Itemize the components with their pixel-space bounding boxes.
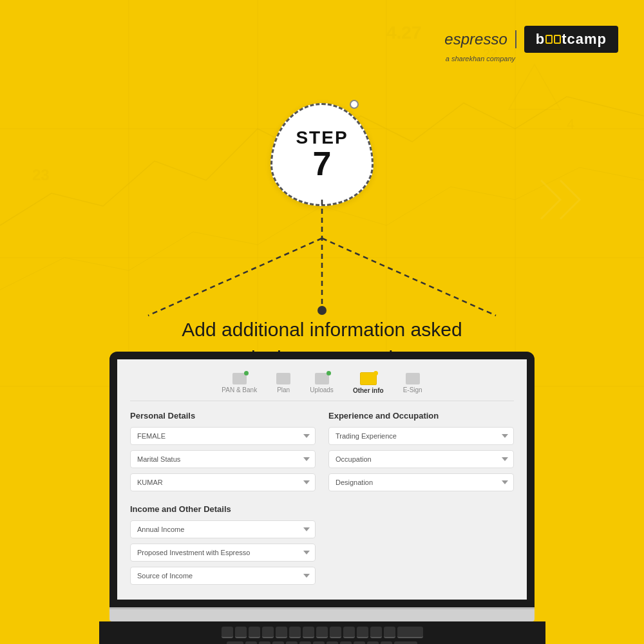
bootcamp-logo: btcamp xyxy=(524,26,618,53)
step-label: STEP xyxy=(296,129,348,147)
svg-line-13 xyxy=(148,238,322,316)
trading-experience-select[interactable]: Trading Experience xyxy=(328,427,514,445)
svg-text:23: 23 xyxy=(32,166,50,184)
laptop-keyboard xyxy=(99,621,545,644)
gender-select[interactable]: FEMALE xyxy=(130,427,316,445)
svg-line-14 xyxy=(322,238,496,316)
tab-esign[interactable]: E-Sign xyxy=(403,373,422,393)
income-section: Income and Other Details Annual Income P… xyxy=(130,504,316,590)
svg-point-15 xyxy=(317,306,327,315)
experience-occupation-col: Experience and Occupation Trading Experi… xyxy=(328,411,514,590)
income-title: Income and Other Details xyxy=(130,504,316,514)
tab-pan-bank[interactable]: PAN & Bank xyxy=(222,373,257,393)
marital-status-select[interactable]: Marital Status xyxy=(130,450,316,468)
tabs-row: PAN & Bank Plan Uploads xyxy=(130,369,514,401)
laptop: PAN & Bank Plan Uploads xyxy=(109,352,535,644)
proposed-investment-select[interactable]: Proposed Investment with Espresso xyxy=(130,544,316,562)
surname-select[interactable]: KUMAR xyxy=(130,473,316,491)
occupation-select[interactable]: Occupation xyxy=(328,450,514,468)
step-bubble: STEP 7 xyxy=(270,103,374,206)
svg-marker-11 xyxy=(509,64,560,109)
tab-plan[interactable]: Plan xyxy=(276,373,290,393)
svg-text:4.27: 4.27 xyxy=(386,23,422,43)
logo-area: espresso btcamp a sharekhan company xyxy=(444,26,618,62)
designation-select[interactable]: Designation xyxy=(328,473,514,491)
dashed-lines xyxy=(116,200,528,328)
personal-details-col: Personal Details FEMALE Marital Status K… xyxy=(130,411,316,590)
source-income-select[interactable]: Source of Income xyxy=(130,567,316,585)
bubble-dot xyxy=(350,100,359,109)
step-bubble-area: STEP 7 xyxy=(270,103,374,206)
tab-uploads[interactable]: Uploads xyxy=(310,373,334,393)
form-area: Personal Details FEMALE Marital Status K… xyxy=(130,411,514,590)
experience-title: Experience and Occupation xyxy=(328,411,514,421)
tab-other-info[interactable]: Other info xyxy=(353,372,384,394)
svg-text:4: 4 xyxy=(567,116,574,132)
personal-details-title: Personal Details xyxy=(130,411,316,421)
main-container: 4.27 22 23 4 espresso btcamp a sharekhan… xyxy=(0,0,644,644)
laptop-base xyxy=(109,607,535,621)
espresso-logo: espresso xyxy=(444,30,516,48)
laptop-screen: PAN & Bank Plan Uploads xyxy=(109,352,535,607)
annual-income-select[interactable]: Annual Income xyxy=(130,520,316,538)
description-line1: Add additional information asked xyxy=(122,316,522,344)
espresso-sub: a sharekhan company xyxy=(446,55,515,62)
step-number: 7 xyxy=(313,147,332,180)
